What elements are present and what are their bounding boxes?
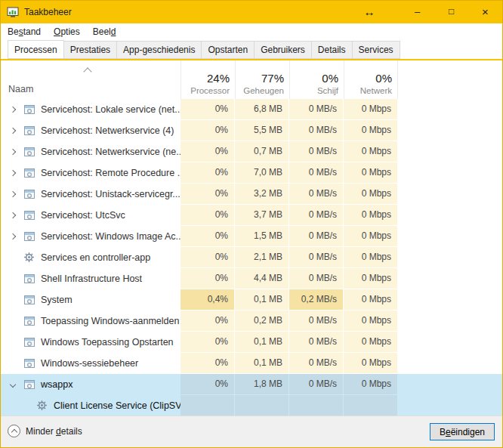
process-row-servicehost-lokale-service-net[interactable]: Servicehost: Lokale service (net...0%6,8…: [1, 99, 502, 120]
cell-geheugen: 0,1 MB: [235, 353, 289, 373]
expand-icon[interactable]: [7, 120, 19, 141]
cell-schijf: 0 MB/s: [289, 353, 343, 373]
cell-schijf: 0 MB/s: [289, 374, 343, 394]
cell-netwerk: 0 Mbps: [344, 289, 397, 310]
column-label: Schijf: [317, 86, 338, 95]
gear-icon: [23, 252, 35, 264]
window-icon: [23, 273, 35, 285]
column-header-netwerk[interactable]: 0%Netwerk: [344, 60, 398, 99]
tab-services[interactable]: Services: [352, 41, 400, 59]
cell-netwerk: 0 Mbps: [344, 120, 397, 141]
process-row-windows-toepassing-opstarten[interactable]: Windows Toepassing Opstarten0%0,1 MB0 MB…: [1, 332, 502, 353]
expand-icon[interactable]: [7, 205, 19, 226]
cell-schijf: 0,2 MB/s: [289, 289, 343, 310]
task-manager-icon: [7, 6, 19, 18]
process-row-servicehost-netwerkservice-4[interactable]: Servicehost: Netwerkservice (4)0%5,5 MB0…: [1, 120, 502, 141]
column-usage: 77%: [261, 72, 284, 85]
name-column-header[interactable]: Naam: [8, 84, 33, 94]
window-icon: [23, 188, 35, 200]
column-header-geheugen[interactable]: 77%Geheugen: [235, 60, 289, 99]
menu-item-bestand[interactable]: Bestand: [8, 26, 41, 37]
footer-bar: Minder details Beëindigen: [1, 416, 502, 447]
maximize-button[interactable]: □: [434, 1, 468, 23]
cell-processor: 0%: [181, 247, 234, 267]
process-name: Windows Toepassing Opstarten: [41, 332, 174, 353]
cell-netwerk: [344, 395, 397, 416]
process-row-windows-sessiebeheer[interactable]: Windows-sessiebeheer0%0,1 MB0 MB/s0 Mbps: [1, 353, 502, 374]
cell-geheugen: 0,1 MB: [235, 289, 289, 310]
window-icon: [23, 209, 35, 221]
cell-schijf: 0 MB/s: [289, 99, 343, 119]
chevron-up-circle-icon: [8, 425, 20, 437]
cell-processor: 0%: [181, 120, 234, 141]
details-toggle-label: Minder details: [26, 426, 82, 437]
process-name: Windows-sessiebeheer: [41, 353, 138, 374]
details-toggle[interactable]: Minder details: [8, 425, 82, 437]
process-row-services-en-controller-app[interactable]: Services en controller-app0%2,1 MB0 MB/s…: [1, 247, 502, 268]
close-button[interactable]: ×: [468, 1, 502, 23]
cell-netwerk: 0 Mbps: [344, 162, 397, 183]
process-row-client-license-service-clipsvc[interactable]: Client License Service (ClipSVC): [1, 395, 502, 416]
titlebar[interactable]: Taakbeheer ↔ – □ ×: [1, 1, 502, 23]
cell-processor: 0%: [181, 353, 234, 373]
expand-icon[interactable]: [7, 162, 19, 184]
process-row-servicehost-windows-image-ac[interactable]: Servicehost: Windows Image Ac...0%1,5 MB…: [1, 226, 502, 247]
cell-netwerk: 0 Mbps: [344, 374, 397, 394]
cell-schijf: [289, 395, 343, 416]
process-row-system[interactable]: System0,4%0,1 MB0,2 MB/s0 Mbps: [1, 289, 502, 311]
tab-strip: ProcessenPrestatiesApp-geschiedenisOpsta…: [1, 40, 502, 59]
cell-schijf: 0 MB/s: [289, 184, 343, 204]
tab-processen[interactable]: Processen: [8, 40, 64, 59]
cell-geheugen: 0,7 MB: [235, 141, 289, 162]
cell-processor: 0%: [181, 184, 234, 204]
expand-icon[interactable]: [7, 184, 19, 205]
process-row-servicehost-netwerkservice-ne[interactable]: Servicehost: Netwerkservice (ne...0%0,7 …: [1, 141, 502, 162]
tab-app-geschiedenis[interactable]: App-geschiedenis: [116, 41, 202, 59]
collapse-icon[interactable]: [7, 374, 19, 395]
process-row-servicehost-remote-procedure[interactable]: Servicehost: Remote Procedure ...0%7,0 M…: [1, 162, 502, 184]
process-row-servicehost-utcsvc[interactable]: Servicehost: UtcSvc0%3,7 MB0 MB/s0 Mbps: [1, 205, 502, 226]
window-icon: [23, 357, 35, 369]
cell-geheugen: 4,4 MB: [235, 268, 289, 289]
process-name: Servicehost: Remote Procedure ...: [41, 162, 185, 184]
process-row-wsappx[interactable]: wsappx0%1,8 MB0 MB/s0 Mbps: [1, 374, 502, 395]
end-task-button[interactable]: Beëindigen: [430, 423, 495, 440]
cell-geheugen: 3,2 MB: [235, 184, 289, 204]
column-header-processor[interactable]: 24%Processor: [181, 60, 235, 99]
column-header-schijf[interactable]: 0%Schijf: [289, 60, 344, 99]
expand-icon[interactable]: [7, 141, 19, 162]
cell-geheugen: 0,2 MB: [235, 311, 289, 331]
cell-netwerk: 0 Mbps: [344, 205, 397, 225]
minimize-button[interactable]: –: [400, 1, 434, 23]
menu-bar: BestandOptiesBeeld: [1, 23, 502, 40]
cell-processor: 0%: [181, 205, 234, 225]
window-title: Taakbeheer: [24, 7, 72, 17]
cell-schijf: 0 MB/s: [289, 247, 343, 267]
process-name: Client License Service (ClipSVC): [54, 395, 192, 416]
window-icon: [23, 167, 35, 179]
window-icon: [23, 125, 35, 137]
cell-geheugen: 7,0 MB: [235, 162, 289, 183]
cell-schijf: 0 MB/s: [289, 205, 343, 225]
process-row-shell-infrastructure-host[interactable]: Shell Infrastructure Host0%4,4 MB0 MB/s0…: [1, 268, 502, 289]
cell-netwerk: 0 Mbps: [344, 268, 397, 289]
cell-schijf: 0 MB/s: [289, 268, 343, 289]
process-row-toepassing-windows-aanmelden[interactable]: Toepassing Windows-aanmelden0%0,2 MB0 MB…: [1, 311, 502, 332]
process-name: Servicehost: Netwerkservice (4): [41, 120, 174, 141]
tab-opstarten[interactable]: Opstarten: [201, 41, 255, 59]
expand-icon[interactable]: [7, 99, 19, 120]
process-row-servicehost-unistack-servicegr[interactable]: Servicehost: Unistack-servicegr...0%3,2 …: [1, 184, 502, 205]
tab-details[interactable]: Details: [311, 41, 353, 59]
cell-netwerk: 0 Mbps: [344, 141, 397, 162]
cell-geheugen: 5,5 MB: [235, 120, 289, 141]
menu-item-beeld[interactable]: Beeld: [93, 26, 116, 37]
tab-gebruikers[interactable]: Gebruikers: [254, 41, 312, 59]
menu-item-opties[interactable]: Opties: [54, 26, 80, 37]
process-name: System: [41, 289, 73, 311]
process-name: Servicehost: Lokale service (net...: [41, 99, 183, 120]
expand-icon[interactable]: [7, 226, 19, 247]
column-usage: 0%: [375, 72, 392, 85]
tab-prestaties[interactable]: Prestaties: [63, 41, 117, 59]
process-name: Shell Infrastructure Host: [41, 268, 142, 289]
process-list: Servicehost: Lokale service (net...0%6,8…: [1, 99, 502, 416]
